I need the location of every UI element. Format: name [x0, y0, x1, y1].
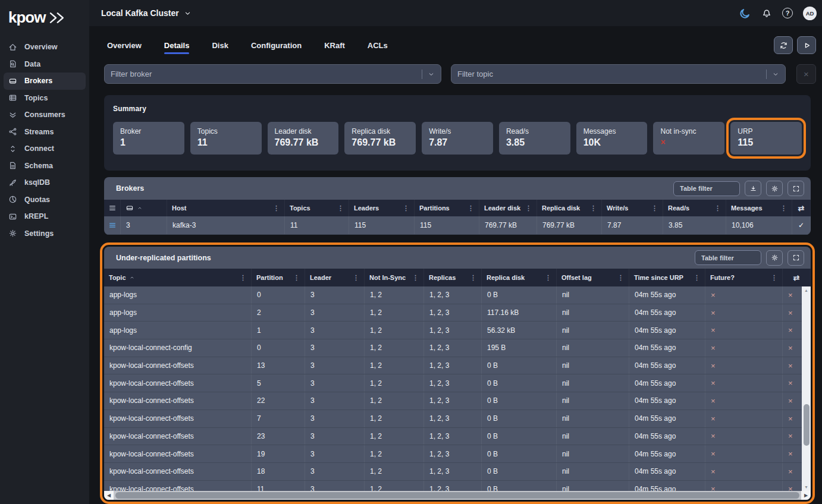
sidebar-item[interactable]: Settings [4, 225, 86, 242]
sort-asc-icon[interactable] [129, 275, 135, 281]
scroll-down-arrow[interactable]: ▼ [802, 483, 811, 491]
summary-card[interactable]: Leader disk 769.77 kB [268, 122, 339, 155]
scroll-up-arrow[interactable]: ▲ [802, 286, 811, 294]
column-menu-icon[interactable]: ⋮ [273, 204, 280, 212]
column-menu-icon[interactable]: ⋮ [525, 204, 532, 212]
sidebar-item[interactable]: Consumers [4, 106, 86, 124]
cluster-selector[interactable]: Local Kafka Cluster [101, 8, 192, 18]
sidebar-item-label: Settings [24, 229, 54, 238]
scroll-right-arrow[interactable]: ▶ [801, 491, 811, 500]
summary-card[interactable]: Topics 11 [190, 122, 262, 155]
tab[interactable]: Configuration [251, 33, 302, 58]
horizontal-scrollbar[interactable]: ◀ ▶ [104, 491, 811, 500]
brokers-table-filter-input[interactable] [673, 181, 740, 196]
expand-button[interactable] [788, 250, 804, 266]
column-menu-icon[interactable]: ⋮ [545, 274, 551, 282]
broker-filter-input[interactable] [111, 70, 418, 78]
column-menu-icon[interactable]: ⋮ [694, 274, 700, 282]
column-menu-icon[interactable]: ⋮ [771, 274, 777, 282]
kpow-logo[interactable]: kpow [0, 0, 89, 36]
row-menu-icon[interactable] [108, 221, 117, 229]
urp-table-row[interactable]: kpow-local-connect-offsets 13 3 1, 2 1, … [104, 357, 811, 375]
sidebar-item[interactable]: Streams [4, 124, 86, 141]
summary-card[interactable]: Messages 10K [576, 122, 648, 155]
urp-table-filter-input[interactable] [695, 250, 761, 265]
column-menu-icon[interactable]: ⋮ [337, 204, 344, 212]
sidebar-item[interactable]: Brokers [4, 73, 86, 90]
table-settings-button[interactable] [766, 181, 783, 196]
tab[interactable]: Disk [212, 33, 228, 58]
topic-filter-select[interactable] [451, 64, 786, 84]
expand-button[interactable] [788, 181, 804, 196]
vertical-scrollbar-thumb[interactable] [804, 404, 810, 446]
avatar[interactable]: AD [803, 7, 817, 20]
urp-table-row[interactable]: kpow-local-connect-offsets 23 3 1, 2 1, … [104, 428, 811, 446]
future-x-mark: × [705, 339, 783, 357]
sidebar-item[interactable]: Topics [4, 90, 86, 107]
dark-mode-moon-icon[interactable] [739, 7, 751, 20]
urp-table-row[interactable]: kpow-local-connect-offsets 7 3 1, 2 1, 2… [104, 410, 811, 428]
row-menu-icon[interactable] [108, 204, 117, 212]
column-menu-icon[interactable]: ⋮ [470, 274, 476, 282]
column-menu-icon[interactable]: ⋮ [780, 204, 787, 212]
topic-filter-input[interactable] [457, 70, 763, 78]
summary-card[interactable]: URP 115 [730, 122, 802, 155]
tab[interactable]: Details [164, 33, 190, 58]
horizontal-scrollbar-thumb[interactable] [115, 492, 799, 499]
offset-lag-cell: nil [557, 428, 629, 445]
urp-table-row[interactable]: kpow-local-connect-offsets 18 3 1, 2 1, … [104, 463, 811, 481]
sidebar-item[interactable]: kREPL [4, 208, 86, 225]
leader-cell: 3 [305, 392, 365, 410]
column-menu-icon[interactable]: ⋮ [293, 274, 300, 282]
scroll-left-arrow[interactable]: ◀ [104, 491, 114, 500]
column-menu-icon[interactable]: ⋮ [403, 204, 409, 212]
sidebar-item[interactable]: ksqlDB [4, 174, 86, 191]
chevron-down-icon[interactable] [428, 71, 435, 78]
broker-filter-select[interactable] [104, 64, 441, 84]
chevron-down-icon[interactable] [772, 71, 779, 78]
play-button[interactable] [797, 36, 816, 54]
topic-cell: kpow-local-connect-offsets [104, 410, 252, 427]
sidebar-item-label: Brokers [24, 77, 52, 85]
column-menu-icon[interactable]: ⋮ [412, 274, 419, 282]
help-icon[interactable]: ? [782, 8, 793, 18]
tab[interactable]: ACLs [368, 33, 388, 58]
sidebar-item[interactable]: Overview [4, 39, 86, 56]
sidebar-item[interactable]: Schema [4, 158, 86, 175]
download-button[interactable] [745, 181, 761, 196]
summary-card[interactable]: Broker 1 [113, 122, 184, 155]
table-settings-button[interactable] [766, 250, 783, 266]
topic-cell: kpow-local-connect-offsets [104, 374, 252, 392]
urp-panel-title: Under-replicated partitions [116, 254, 211, 262]
urp-table-row[interactable]: kpow-local-connect-offsets 5 3 1, 2 1, 2… [104, 374, 811, 392]
column-menu-icon[interactable]: ⋮ [590, 204, 597, 212]
summary-card[interactable]: Replica disk 769.77 kB [344, 122, 416, 155]
sort-asc-icon[interactable] [137, 205, 143, 211]
column-menu-icon[interactable]: ⋮ [651, 204, 658, 212]
summary-card[interactable]: Not in-sync × [653, 122, 724, 155]
column-menu-icon[interactable]: ⋮ [240, 274, 246, 282]
clear-filters-button[interactable]: × [796, 64, 816, 84]
urp-table-row[interactable]: kpow-local-connect-offsets 19 3 1, 2 1, … [104, 445, 811, 463]
refresh-button[interactable] [774, 36, 793, 54]
tab[interactable]: Overview [107, 33, 142, 58]
urp-table-row[interactable]: kpow-local-connect-config 0 3 1, 2 1, 2,… [104, 339, 811, 357]
vertical-scrollbar[interactable]: ▲ ▼ [802, 286, 811, 491]
urp-table-row[interactable]: app-logs 2 3 1, 2 1, 2, 3 117.16 kB nil … [104, 304, 811, 322]
urp-table-row[interactable]: kpow-local-connect-offsets 11 3 1, 2 1, … [104, 481, 811, 491]
notifications-bell-icon[interactable] [761, 8, 772, 18]
sidebar-item[interactable]: Connect [4, 140, 86, 158]
tab[interactable]: KRaft [324, 33, 345, 58]
summary-card[interactable]: Read/s 3.85 [499, 122, 570, 155]
column-menu-icon[interactable]: ⋮ [617, 274, 624, 282]
column-menu-icon[interactable]: ⋮ [353, 274, 359, 282]
column-menu-icon[interactable]: ⋮ [714, 204, 721, 212]
summary-card[interactable]: Write/s 7.87 [422, 122, 493, 155]
column-menu-icon[interactable]: ⋮ [468, 204, 474, 212]
urp-table-row[interactable]: kpow-local-connect-offsets 22 3 1, 2 1, … [104, 392, 811, 410]
urp-table-row[interactable]: app-logs 1 3 1, 2 1, 2, 3 56.32 kB nil 0… [104, 322, 811, 339]
urp-table-row[interactable]: app-logs 0 3 1, 2 1, 2, 3 0 B nil 04m 55… [104, 286, 811, 304]
sidebar-item[interactable]: Quotas [4, 191, 86, 209]
brokers-table-row[interactable]: 3 kafka-3 11 115 115 769.77 kB 769.77 kB… [104, 216, 811, 235]
sidebar-item[interactable]: Data [4, 56, 86, 73]
